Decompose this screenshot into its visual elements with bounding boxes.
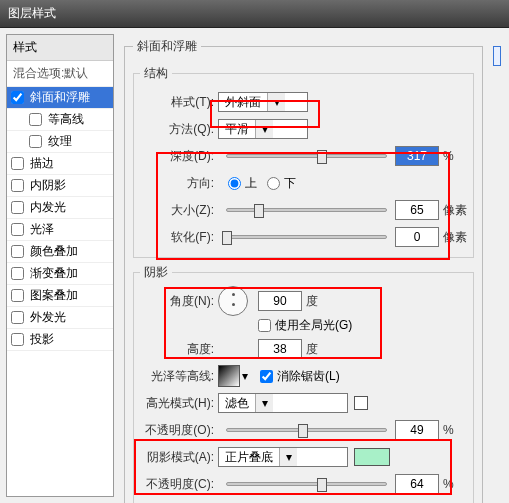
shadow-opacity-unit: % xyxy=(439,477,467,491)
highlight-color-swatch[interactable] xyxy=(354,396,368,410)
sidebar-checkbox-9[interactable] xyxy=(11,289,24,302)
sidebar-item-8[interactable]: 渐变叠加 xyxy=(7,263,113,285)
sidebar-label-3: 描边 xyxy=(30,155,54,172)
sidebar-checkbox-10[interactable] xyxy=(11,311,24,324)
sidebar-label-6: 光泽 xyxy=(30,221,54,238)
title-bar: 图层样式 xyxy=(0,0,509,28)
antialias-checkbox[interactable] xyxy=(260,370,273,383)
size-unit: 像素 xyxy=(439,202,467,219)
soften-unit: 像素 xyxy=(439,229,467,246)
soften-label: 软化(F): xyxy=(140,229,218,246)
altitude-input[interactable]: 38 xyxy=(258,339,302,359)
sidebar-checkbox-8[interactable] xyxy=(11,267,24,280)
sidebar-item-7[interactable]: 颜色叠加 xyxy=(7,241,113,263)
bevel-group: 斜面和浮雕 结构 样式(T): 外斜面 ▾ 方法(Q): 平滑 ▾ xyxy=(124,38,483,503)
size-label: 大小(Z): xyxy=(140,202,218,219)
size-input[interactable]: 65 xyxy=(395,200,439,220)
sidebar-item-5[interactable]: 内发光 xyxy=(7,197,113,219)
gloss-label: 光泽等高线: xyxy=(140,368,218,385)
chevron-down-icon: ▾ xyxy=(255,120,273,138)
direction-up-radio[interactable] xyxy=(228,177,241,190)
global-light-label: 使用全局光(G) xyxy=(275,317,352,334)
window-title: 图层样式 xyxy=(8,5,56,22)
sidebar-checkbox-4[interactable] xyxy=(11,179,24,192)
structure-group: 结构 样式(T): 外斜面 ▾ 方法(Q): 平滑 ▾ xyxy=(133,65,474,258)
sidebar-checkbox-6[interactable] xyxy=(11,223,24,236)
sidebar-label-8: 渐变叠加 xyxy=(30,265,78,282)
dialog-content: 样式 混合选项:默认 斜面和浮雕等高线纹理描边内阴影内发光光泽颜色叠加渐变叠加图… xyxy=(0,28,509,503)
angle-input[interactable]: 90 xyxy=(258,291,302,311)
direction-down-radio[interactable] xyxy=(267,177,280,190)
sidebar-item-4[interactable]: 内阴影 xyxy=(7,175,113,197)
highlight-opacity-slider[interactable] xyxy=(226,428,387,432)
shadow-mode-value: 正片叠底 xyxy=(219,449,279,466)
highlight-opacity-unit: % xyxy=(439,423,467,437)
depth-slider[interactable] xyxy=(226,154,387,158)
highlight-mode-value: 滤色 xyxy=(219,395,255,412)
highlight-mode-dropdown[interactable]: 滤色 ▾ xyxy=(218,393,348,413)
sidebar-label-9: 图案叠加 xyxy=(30,287,78,304)
chevron-down-icon: ▾ xyxy=(267,93,285,111)
shadow-group: 阴影 角度(N): 90 度 使用全局光(G) 高度: xyxy=(133,264,474,503)
highlight-opacity-input[interactable]: 49 xyxy=(395,420,439,440)
altitude-unit: 度 xyxy=(302,341,330,358)
sidebar-checkbox-3[interactable] xyxy=(11,157,24,170)
sidebar-item-9[interactable]: 图案叠加 xyxy=(7,285,113,307)
sidebar: 样式 混合选项:默认 斜面和浮雕等高线纹理描边内阴影内发光光泽颜色叠加渐变叠加图… xyxy=(6,34,114,497)
highlight-opacity-label: 不透明度(O): xyxy=(140,422,218,439)
chevron-down-icon: ▾ xyxy=(255,394,273,412)
sidebar-item-6[interactable]: 光泽 xyxy=(7,219,113,241)
sidebar-item-0[interactable]: 斜面和浮雕 xyxy=(7,87,113,109)
shadow-opacity-input[interactable]: 64 xyxy=(395,474,439,494)
sidebar-label-5: 内发光 xyxy=(30,199,66,216)
size-slider[interactable] xyxy=(226,208,387,212)
sidebar-checkbox-2[interactable] xyxy=(29,135,42,148)
sidebar-checkbox-11[interactable] xyxy=(11,333,24,346)
sidebar-label-11: 投影 xyxy=(30,331,54,348)
right-strip xyxy=(493,34,503,497)
style-dropdown[interactable]: 外斜面 ▾ xyxy=(218,92,308,112)
depth-unit: % xyxy=(439,149,467,163)
right-button[interactable] xyxy=(493,46,501,66)
sidebar-label-2: 纹理 xyxy=(48,133,72,150)
sidebar-item-10[interactable]: 外发光 xyxy=(7,307,113,329)
shadow-color-swatch[interactable] xyxy=(354,448,390,466)
style-value: 外斜面 xyxy=(219,94,267,111)
angle-dial[interactable] xyxy=(218,286,248,316)
sidebar-label-4: 内阴影 xyxy=(30,177,66,194)
sidebar-item-2[interactable]: 纹理 xyxy=(7,131,113,153)
sidebar-checkbox-0[interactable] xyxy=(11,91,24,104)
chevron-down-icon: ▾ xyxy=(279,448,297,466)
global-light-checkbox[interactable] xyxy=(258,319,271,332)
sidebar-item-11[interactable]: 投影 xyxy=(7,329,113,351)
blend-options-row[interactable]: 混合选项:默认 xyxy=(7,61,113,87)
sidebar-item-1[interactable]: 等高线 xyxy=(7,109,113,131)
method-dropdown[interactable]: 平滑 ▾ xyxy=(218,119,308,139)
shadow-mode-dropdown[interactable]: 正片叠底 ▾ xyxy=(218,447,348,467)
method-label: 方法(Q): xyxy=(140,121,218,138)
antialias-label: 消除锯齿(L) xyxy=(277,368,340,385)
shadow-opacity-slider[interactable] xyxy=(226,482,387,486)
sidebar-label-1: 等高线 xyxy=(48,111,84,128)
soften-slider[interactable] xyxy=(226,235,387,239)
sidebar-checkbox-1[interactable] xyxy=(29,113,42,126)
direction-down-label: 下 xyxy=(284,175,296,192)
sidebar-label-10: 外发光 xyxy=(30,309,66,326)
altitude-label: 高度: xyxy=(140,341,218,358)
style-list: 斜面和浮雕等高线纹理描边内阴影内发光光泽颜色叠加渐变叠加图案叠加外发光投影 xyxy=(7,87,113,351)
direction-up-label: 上 xyxy=(245,175,257,192)
gloss-contour-swatch[interactable] xyxy=(218,365,240,387)
sidebar-checkbox-7[interactable] xyxy=(11,245,24,258)
sidebar-item-3[interactable]: 描边 xyxy=(7,153,113,175)
structure-title: 结构 xyxy=(140,65,172,82)
angle-label: 角度(N): xyxy=(140,293,218,310)
sidebar-checkbox-5[interactable] xyxy=(11,201,24,214)
method-value: 平滑 xyxy=(219,121,255,138)
chevron-down-icon[interactable]: ▾ xyxy=(240,369,250,383)
sidebar-label-7: 颜色叠加 xyxy=(30,243,78,260)
depth-input[interactable]: 317 xyxy=(395,146,439,166)
soften-input[interactable]: 0 xyxy=(395,227,439,247)
shadow-opacity-label: 不透明度(C): xyxy=(140,476,218,493)
angle-unit: 度 xyxy=(302,293,330,310)
sidebar-header: 样式 xyxy=(7,35,113,61)
